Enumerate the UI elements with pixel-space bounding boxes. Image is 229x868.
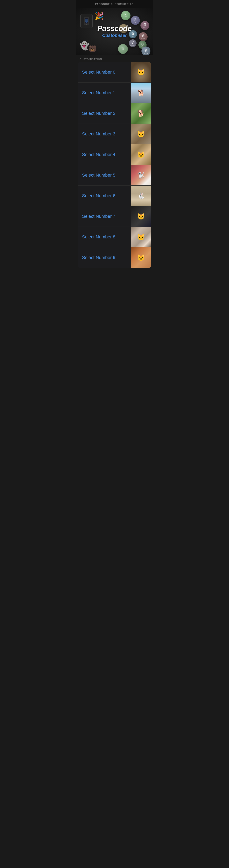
list-item-image-9: 🐱 xyxy=(131,247,151,268)
bubble-letters-7: PQRS xyxy=(130,45,135,46)
bubble-letters-9: WXYZ xyxy=(144,53,148,54)
list-item-9[interactable]: Select Number 9🐱 xyxy=(78,247,151,268)
list-item-label-4: Select Number 4 xyxy=(78,145,131,165)
bubble-6: 6MNO xyxy=(139,32,148,41)
svg-point-11 xyxy=(87,21,88,22)
ghost-icon: 👻 xyxy=(79,41,89,51)
list-item-image-1: 🐕 xyxy=(131,83,151,103)
photo-placeholder-3: 🐱 xyxy=(131,124,151,144)
list-item-image-4: 🐱 xyxy=(131,145,151,165)
list-item-image-5: 🐩 xyxy=(131,165,151,185)
bubble-num-6: 6 xyxy=(142,34,144,38)
svg-rect-1 xyxy=(85,18,88,24)
phone-icon xyxy=(80,14,92,28)
bubble-num-5: 5 xyxy=(132,31,134,35)
svg-point-12 xyxy=(86,22,87,23)
bubble-num-3: 3 xyxy=(144,23,146,27)
svg-point-3 xyxy=(85,19,86,20)
section-label: CUSTOMISATION xyxy=(76,55,153,62)
photo-placeholder-0: 🐱 xyxy=(131,62,151,83)
list-item-label-6: Select Number 6 xyxy=(78,186,131,206)
list-item-0[interactable]: Select Number 0🐱 xyxy=(78,62,151,83)
list-item-2[interactable]: Select Number 2🐕 xyxy=(78,103,151,124)
photo-placeholder-5: 🐩 xyxy=(131,165,151,185)
bubble-3: 3DEF xyxy=(141,21,149,30)
list-item-label-7: Select Number 7 xyxy=(78,206,131,226)
list-item-image-8: 🐱 xyxy=(131,227,151,247)
list-item-3[interactable]: Select Number 3🐱 xyxy=(78,124,151,145)
bubble-2: 2ABC xyxy=(131,16,140,25)
photo-placeholder-7: 🐱 xyxy=(131,206,151,226)
list-item-5[interactable]: Select Number 5🐩 xyxy=(78,165,151,186)
svg-point-10 xyxy=(86,21,87,22)
photo-placeholder-6: 🐇 xyxy=(131,186,151,206)
hero-banner: 🎉 👻 🐻 12ABC3DEF4GHI5JKL6MNO7PQRS8TUV9WXY… xyxy=(76,8,153,55)
bubble-9: 9WXYZ xyxy=(142,46,150,55)
list-item-label-1: Select Number 1 xyxy=(78,83,131,103)
app-title: PASSCODE CUSTOMISER 1.1 xyxy=(95,3,134,5)
bubble-7: 7PQRS xyxy=(129,39,137,47)
bubble-num-0: 0 xyxy=(122,47,124,51)
bubble-letters-6: MNO xyxy=(141,38,145,39)
list-item-image-6: 🐇 xyxy=(131,186,151,206)
list-item-6[interactable]: Select Number 6🐇 xyxy=(78,186,151,206)
list-item-image-7: 🐱 xyxy=(131,206,151,226)
bubble-letters-3: DEF xyxy=(143,27,147,28)
list-item-image-3: 🐱 xyxy=(131,124,151,144)
bubble-letters-5: JKL xyxy=(131,36,135,37)
list-item-1[interactable]: Select Number 1🐕 xyxy=(78,83,151,103)
confetti-icon: 🎉 xyxy=(94,12,104,21)
bubble-num-8: 8 xyxy=(141,42,144,46)
list-item-image-2: 🐕 xyxy=(131,103,151,124)
list-item-label-0: Select Number 0 xyxy=(78,62,131,83)
list-container: Select Number 0🐱Select Number 1🐕Select N… xyxy=(78,62,151,268)
svg-point-6 xyxy=(85,20,86,21)
list-item-label-5: Select Number 5 xyxy=(78,165,131,185)
bubble-num-7: 7 xyxy=(131,40,134,44)
list-item-label-2: Select Number 2 xyxy=(78,103,131,124)
svg-point-9 xyxy=(85,21,86,22)
bubble-5: 5JKL xyxy=(129,30,137,38)
photo-placeholder-1: 🐕 xyxy=(131,83,151,103)
teddy-icon: 🐻 xyxy=(88,45,97,53)
list-item-label-3: Select Number 3 xyxy=(78,124,131,144)
top-bar: PASSCODE CUSTOMISER 1.1 xyxy=(76,0,153,8)
svg-point-5 xyxy=(87,19,88,20)
bubble-num-9: 9 xyxy=(145,48,147,52)
svg-point-2 xyxy=(86,24,87,25)
list-item-7[interactable]: Select Number 7🐱 xyxy=(78,206,151,227)
svg-point-4 xyxy=(86,19,87,20)
photo-placeholder-4: 🐱 xyxy=(131,145,151,165)
list-item-8[interactable]: Select Number 8🐱 xyxy=(78,227,151,247)
bubble-4: 4GHI xyxy=(119,24,128,33)
bubble-1: 1 xyxy=(121,11,130,20)
bubble-letters-2: ABC xyxy=(133,22,137,23)
bubble-letters-4: GHI xyxy=(122,30,125,31)
bubble-num-4: 4 xyxy=(122,26,124,30)
svg-point-8 xyxy=(87,20,88,21)
photo-placeholder-2: 🐕 xyxy=(131,103,151,124)
svg-point-7 xyxy=(86,20,87,21)
bubble-num-2: 2 xyxy=(134,18,137,22)
list-item-label-8: Select Number 8 xyxy=(78,227,131,247)
photo-placeholder-8: 🐱 xyxy=(131,227,151,247)
list-item-4[interactable]: Select Number 4🐱 xyxy=(78,145,151,165)
bubble-0: 0 xyxy=(118,44,128,54)
bubble-num-1: 1 xyxy=(124,13,127,18)
photo-placeholder-9: 🐱 xyxy=(131,247,151,268)
list-item-label-9: Select Number 9 xyxy=(78,247,131,268)
list-item-image-0: 🐱 xyxy=(131,62,151,83)
